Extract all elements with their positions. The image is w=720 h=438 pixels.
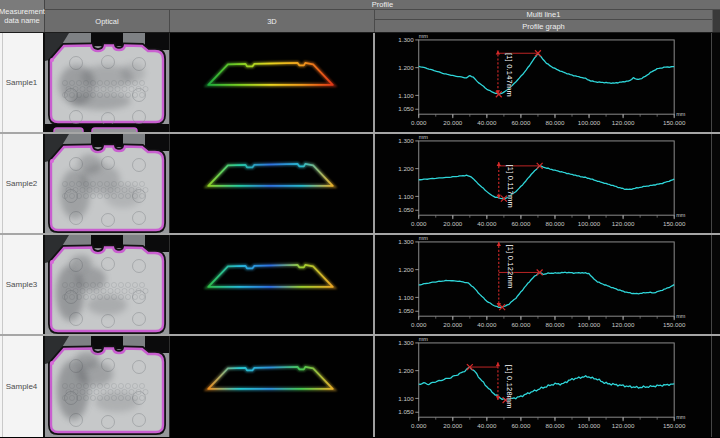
optical-cell[interactable] [45,134,170,233]
3d-height-map-image [170,134,373,233]
svg-text:40.000: 40.000 [477,220,497,227]
sample-name-cell[interactable]: Sample1 [0,33,45,132]
svg-text:100.000: 100.000 [578,220,601,227]
3d-cell[interactable] [170,235,375,334]
svg-text:60.000: 60.000 [511,422,531,429]
svg-text:1.300: 1.300 [398,339,414,346]
svg-text:20.000: 20.000 [443,220,463,227]
svg-text:mm: mm [676,111,686,117]
optical-cell[interactable] [45,235,170,334]
svg-text:1.050: 1.050 [398,307,414,314]
svg-text:mm: mm [419,134,429,140]
svg-text:60.000: 60.000 [511,119,531,126]
3d-height-map-image [170,33,373,132]
sample-name: Sample2 [6,179,38,188]
svg-text:1.100: 1.100 [398,294,414,301]
svg-text:mm: mm [676,313,686,319]
svg-text:40.000: 40.000 [477,119,497,126]
header-cell-3d: 3D [170,10,375,32]
svg-text:20.000: 20.000 [443,321,463,328]
sample-name-cell[interactable]: Sample2 [0,134,45,233]
optical-image [45,336,170,437]
svg-text:1.100: 1.100 [398,92,414,99]
svg-text:40.000: 40.000 [477,422,497,429]
svg-text:120.000: 120.000 [612,119,635,126]
sample-row: Sample2 1.3001.2001.1001.0500.00020.0004… [0,134,720,235]
svg-text:150.000: 150.000 [663,422,686,429]
row-end-spacer [712,336,720,437]
svg-text:100.000: 100.000 [578,321,601,328]
svg-text:150.000: 150.000 [663,321,686,328]
3d-cell[interactable] [170,134,375,233]
sample-name: Sample3 [6,280,38,289]
svg-text:20.000: 20.000 [443,422,463,429]
svg-text:1.200: 1.200 [398,367,414,374]
svg-text:120.000: 120.000 [612,321,635,328]
svg-text:mm: mm [419,33,429,39]
3d-cell[interactable] [170,33,375,132]
optical-image [45,235,170,334]
svg-text:100.000: 100.000 [578,119,601,126]
optical-cell[interactable] [45,336,170,437]
3d-height-map-image [170,337,373,436]
sample-name-cell[interactable]: Sample4 [0,336,45,437]
svg-text:mm: mm [419,235,429,241]
optical-cell[interactable] [45,33,170,132]
profile-cell[interactable]: 1.3001.2001.1001.0500.00020.00040.00060.… [375,134,712,233]
svg-text:120.000: 120.000 [612,422,635,429]
header-cell-optical: Optical [45,10,170,32]
svg-text:0.000: 0.000 [411,422,427,429]
header-profile-group: Profile Optical 3D Multi line1 Profile g… [45,0,720,32]
3d-cell[interactable] [170,336,375,437]
header-cell-measurement-data-name: Measurement data name [0,0,45,32]
svg-text:1.200: 1.200 [398,64,414,71]
svg-text:1.050: 1.050 [398,206,414,213]
svg-text:100.000: 100.000 [578,422,601,429]
svg-text:1.050: 1.050 [398,105,414,112]
svg-text:20.000: 20.000 [443,119,463,126]
svg-text:1.100: 1.100 [398,193,414,200]
svg-text:[1] 0.128mm: [1] 0.128mm [505,365,514,409]
measurement-results-table: Measurement data name Profile Optical 3D… [0,0,720,438]
row-end-spacer [712,235,720,334]
profile-cell[interactable]: 1.3001.2001.1001.0500.00020.00040.00060.… [375,235,712,334]
svg-text:150.000: 150.000 [663,220,686,227]
header-sub-row: Optical 3D Multi line1 Profile graph [45,10,720,32]
svg-text:80.000: 80.000 [545,321,565,328]
svg-text:1.200: 1.200 [398,266,414,273]
svg-text:1.300: 1.300 [398,36,414,43]
svg-text:0.000: 0.000 [411,119,427,126]
svg-text:60.000: 60.000 [511,220,531,227]
header-cell-multi-line1: Multi line1 [375,10,712,20]
svg-text:[1] 0.147mm: [1] 0.147mm [505,53,514,97]
svg-text:1.100: 1.100 [398,395,414,402]
optical-image [45,33,170,132]
sample-name: Sample4 [6,382,38,391]
header-cell-profile: Profile [45,0,720,10]
sample-row: Sample3 1.3001.2001.1001.0500.00020.0004… [0,235,720,336]
profile-chart: 1.3001.2001.1001.0500.00020.00040.00060.… [375,33,711,133]
svg-text:0.000: 0.000 [411,220,427,227]
header-end-spacer [712,10,720,32]
svg-text:1.300: 1.300 [398,238,414,245]
sample-rows: Sample1 1.3001.2001.1001.0500.00020.0004… [0,33,720,437]
sample-row: Sample4 1.3001.2001.1001.0500.00020.0004… [0,336,720,437]
svg-text:80.000: 80.000 [545,220,565,227]
profile-chart: 1.3001.2001.1001.0500.00020.00040.00060.… [375,134,711,234]
svg-text:80.000: 80.000 [545,119,565,126]
svg-text:mm: mm [676,414,686,420]
profile-cell[interactable]: 1.3001.2001.1001.0500.00020.00040.00060.… [375,33,712,132]
svg-text:1.300: 1.300 [398,137,414,144]
svg-text:1.200: 1.200 [398,165,414,172]
row-end-spacer [712,134,720,233]
svg-text:150.000: 150.000 [663,119,686,126]
sample-name-cell[interactable]: Sample3 [0,235,45,334]
sample-row: Sample1 1.3001.2001.1001.0500.00020.0004… [0,33,720,134]
svg-text:[1] 0.122mm: [1] 0.122mm [506,244,515,288]
profile-cell[interactable]: 1.3001.2001.1001.0500.00020.00040.00060.… [375,336,712,437]
svg-text:[1] 0.117mm: [1] 0.117mm [506,164,515,207]
profile-chart: 1.3001.2001.1001.0500.00020.00040.00060.… [375,336,711,436]
svg-text:mm: mm [419,336,429,342]
svg-text:0.000: 0.000 [411,321,427,328]
svg-text:60.000: 60.000 [511,321,531,328]
